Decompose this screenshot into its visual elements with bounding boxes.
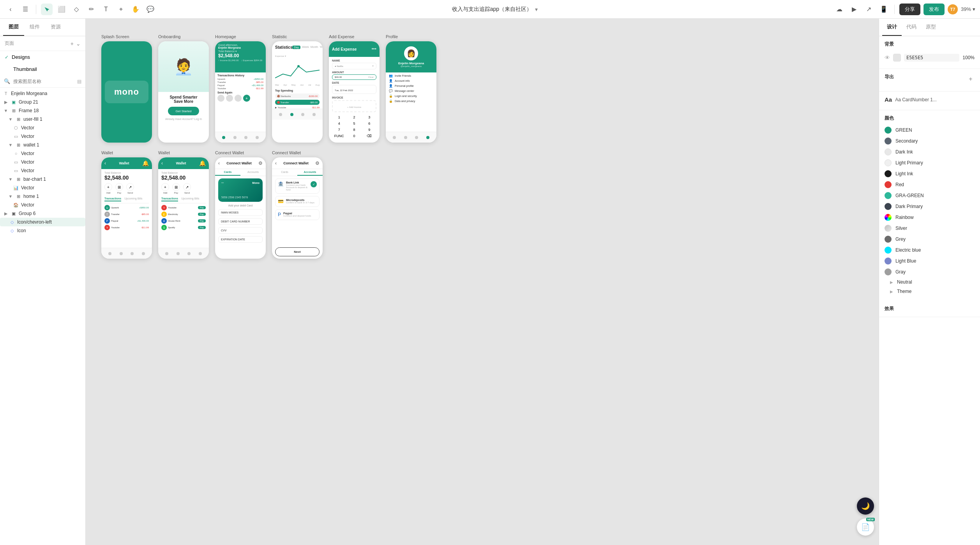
color-name-dark-ink: Dark Ink <box>895 149 975 155</box>
nav-bar-wallet2 <box>158 248 209 259</box>
zoom-level[interactable]: 39% ▾ <box>961 6 975 12</box>
vector-icon-4: ▭ <box>13 159 19 165</box>
bg-hex-value[interactable]: E5E5E5 <box>904 54 959 62</box>
color-swatch-dark-primary[interactable] <box>885 203 892 210</box>
color-row-dark-ink: Dark Ink <box>885 146 975 157</box>
screen-frame-onboarding[interactable]: 🧑‍💼 Spend SmarterSave More Get Started A… <box>158 41 209 143</box>
color-swatch-light-ink[interactable] <box>885 170 892 177</box>
expand-group6-icon: ▶ <box>3 211 9 216</box>
shape-tool-icon[interactable]: ◇ <box>71 4 82 15</box>
device-icon[interactable]: 📱 <box>878 4 890 15</box>
bg-visibility-icon[interactable]: 👁 <box>885 55 890 61</box>
node-tool-icon[interactable]: ⌖ <box>115 4 127 15</box>
color-swatch-light-primary[interactable] <box>885 159 892 166</box>
export-title: 导出 <box>885 74 894 80</box>
color-swatch-gra-green[interactable] <box>885 192 892 199</box>
publish-button[interactable]: 发布 <box>923 4 945 15</box>
color-name-light-ink: Light Ink <box>895 171 975 176</box>
layer-userfill[interactable]: ▼ ⊞ user-fill 1 <box>0 115 85 123</box>
screen-frame-wallet2[interactable]: ‹ Wallet 🔔 Total Balance $2,548.00 +Add … <box>158 157 209 259</box>
back-icon[interactable]: ‹ <box>5 4 16 15</box>
expand-pages-icon[interactable]: ⌄ <box>76 41 81 47</box>
color-swatch-grey[interactable] <box>885 236 892 243</box>
layer-vector-1[interactable]: ⬡ Vector <box>0 123 85 132</box>
color-expand-theme[interactable]: ▶ Theme <box>885 287 975 296</box>
search-input[interactable] <box>13 79 74 84</box>
layer-vector-6[interactable]: 📊 Vector <box>0 183 85 192</box>
layer-group21[interactable]: ▶ ▣ Group 21 <box>0 98 85 106</box>
document-button[interactable]: 📄 NEW <box>857 519 874 536</box>
screen-frame-homepage[interactable]: Good afternoon, Enjelin Morgeana Total B… <box>215 41 266 143</box>
layer-vector-4[interactable]: ▭ Vector <box>0 158 85 166</box>
menu-icon[interactable]: ☰ <box>19 4 31 15</box>
add-export-icon[interactable]: + <box>967 75 975 83</box>
color-swatch-gray[interactable] <box>885 268 892 275</box>
layer-vector-7[interactable]: 🏠 Vector <box>0 201 85 209</box>
layer-group6[interactable]: ▶ ▣ Group 6 <box>0 209 85 218</box>
filter-icon[interactable]: ▤ <box>77 79 81 84</box>
right-panel: 设计 代码 原型 背景 👁 E5E5E5 100% 导出 + <box>879 19 980 545</box>
color-swatch-red[interactable] <box>885 181 892 188</box>
cloud-icon[interactable]: ☁ <box>833 4 845 15</box>
screen-frame-add-expense[interactable]: Add Expense ••• NAME ● Netflix ▾ AMOUNT <box>329 41 380 143</box>
pen-tool-icon[interactable]: ✏ <box>85 4 97 15</box>
layer-barchart[interactable]: ▼ ⊞ bar-chart 1 <box>0 175 85 183</box>
color-expand-neutral[interactable]: ▶ Neutral <box>885 277 975 287</box>
screen-frame-connect-wallet1[interactable]: ‹ Connect Wallet ⚙ Cards Accounts •••Mon… <box>215 157 266 259</box>
text-aa-icon: Aa <box>885 96 892 103</box>
vector-icon-5: ▭ <box>13 168 19 173</box>
screen-frame-statistic[interactable]: Statistics Day Week Month Year Expense ▾ <box>272 41 323 143</box>
add-page-icon[interactable]: + <box>71 41 74 47</box>
toolbar: ‹ ☰ ⬜ ◇ ✏ T ⌖ ✋ 💬 收入与支出追踪app（来自社区） ▾ ☁ ▶… <box>0 0 980 19</box>
color-swatch-light-blue[interactable] <box>885 258 892 265</box>
comment-tool-icon[interactable]: 💬 <box>145 4 156 15</box>
screen-label-connect-wallet1: Connect Wallet <box>215 150 266 155</box>
layer-icon-chevron[interactable]: ◇ Icon/chevron-left <box>0 218 85 226</box>
share-preview-icon[interactable]: ↗ <box>863 4 875 15</box>
color-swatch-rainbow[interactable] <box>885 214 892 221</box>
page-item-thumbnail[interactable]: Thumbnail <box>0 63 85 75</box>
screen-frame-wallet1[interactable]: ‹ Wallet 🔔 Total Balance $2,548.00 +Add … <box>101 157 152 259</box>
group-icon-6: ▣ <box>11 211 16 216</box>
tab-components[interactable]: 组件 <box>24 19 45 36</box>
bg-color-preview[interactable] <box>893 54 901 62</box>
text-tool-icon[interactable]: T <box>100 4 112 15</box>
select-tool-icon[interactable] <box>41 4 53 15</box>
screen-splash: Splash Screen mono <box>101 34 152 143</box>
layer-frame18[interactable]: ▼ ⊞ Frame 18 <box>0 106 85 115</box>
text-section-row: Aa Aa CardNumber 1... <box>885 96 975 103</box>
color-swatch-silver[interactable] <box>885 225 892 232</box>
layer-vector-5[interactable]: ▭ Vector <box>0 166 85 175</box>
screen-frame-splash[interactable]: mono <box>101 41 152 143</box>
screen-frame-connect-wallet2[interactable]: ‹ Connect Wallet ⚙ Cards Accounts 🏦 <box>272 157 323 259</box>
share-button[interactable]: 分享 <box>899 4 920 15</box>
layer-vector-3[interactable]: ○ Vector <box>0 149 85 158</box>
frame-tool-icon[interactable]: ⬜ <box>56 4 67 15</box>
tab-prototype[interactable]: 原型 <box>921 19 941 36</box>
tab-code[interactable]: 代码 <box>902 19 921 36</box>
expand-icon-icon <box>3 228 7 233</box>
layer-wallet1[interactable]: ▼ ⊞ wallet 1 <box>0 141 85 149</box>
screen-frame-profile[interactable]: 👩 Enjelin Morgeana @enjelin_morgeana 👥In… <box>386 41 436 143</box>
color-swatch-electric-blue[interactable] <box>885 247 892 254</box>
new-badge: NEW <box>866 518 875 521</box>
dark-mode-button[interactable]: 🌙 <box>857 497 874 515</box>
tab-design[interactable]: 设计 <box>882 19 902 36</box>
color-swatch-green[interactable] <box>885 127 892 134</box>
tab-resources[interactable]: 资源 <box>45 19 66 36</box>
dropdown-icon[interactable]: ▾ <box>535 6 538 12</box>
layer-vector-2[interactable]: ▭ Vector <box>0 132 85 141</box>
color-row-electric-blue: Electric blue <box>885 245 975 256</box>
layer-enjelin[interactable]: T Enjelin Morgeana <box>0 89 85 98</box>
background-title: 背景 <box>885 41 894 48</box>
canvas-area[interactable]: Splash Screen mono Onboarding 🧑‍💼 Spend … <box>86 19 879 545</box>
tab-layers[interactable]: 图层 <box>3 19 24 36</box>
pages-controls: + ⌄ <box>71 41 81 47</box>
layer-icon[interactable]: ◇ Icon <box>0 226 85 235</box>
color-swatch-secondary[interactable] <box>885 138 892 145</box>
color-swatch-dark-ink[interactable] <box>885 148 892 155</box>
layer-home1[interactable]: ▼ ⊞ home 1 <box>0 192 85 201</box>
play-icon[interactable]: ▶ <box>848 4 860 15</box>
hand-tool-icon[interactable]: ✋ <box>130 4 141 15</box>
page-item-designs[interactable]: ✓ Designs <box>0 51 85 63</box>
